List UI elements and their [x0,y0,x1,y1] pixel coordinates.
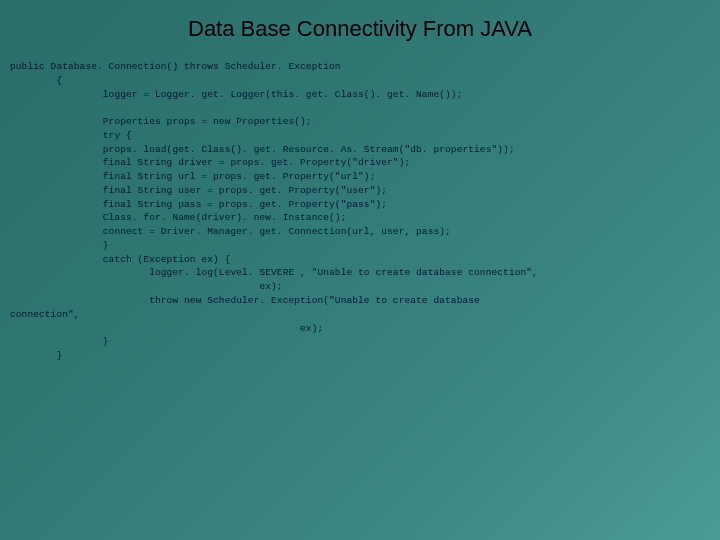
code-line: logger = Logger. get. Logger(this. get. … [10,89,462,100]
code-line: final String url = props. get. Property(… [10,171,375,182]
code-line: catch (Exception ex) { [10,254,230,265]
code-line: connection", [10,309,80,320]
code-line: Properties props = new Properties(); [10,116,312,127]
code-line: ex); [10,323,323,334]
code-line: final String user = props. get. Property… [10,185,387,196]
code-line: } [10,336,109,347]
code-line: try { [10,130,132,141]
code-line: Class. for. Name(driver). new. Instance(… [10,212,346,223]
slide: Data Base Connectivity From JAVA public … [0,0,720,540]
code-line: final String driver = props. get. Proper… [10,157,410,168]
code-line: } [10,240,109,251]
code-block: public Database. Connection() throws Sch… [10,60,710,363]
code-line: logger. log(Level. SEVERE , "Unable to c… [10,267,538,278]
slide-title: Data Base Connectivity From JAVA [10,16,710,42]
code-line: } [10,350,62,361]
code-line: props. load(get. Class(). get. Resource.… [10,144,515,155]
code-line: ex); [10,281,283,292]
code-line: public Database. Connection() throws Sch… [10,61,341,72]
code-line: throw new Scheduler. Exception("Unable t… [10,295,480,306]
code-line: { [10,75,62,86]
code-line: connect = Driver. Manager. get. Connecti… [10,226,451,237]
code-line: final String pass = props. get. Property… [10,199,387,210]
